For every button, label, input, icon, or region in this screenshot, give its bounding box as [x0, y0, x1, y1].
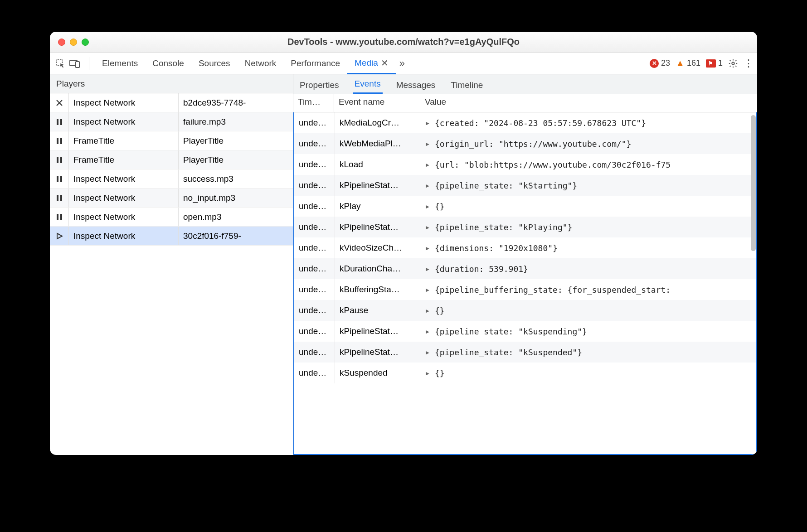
- player-frame: Inspect Network: [69, 189, 179, 207]
- expand-icon[interactable]: ▶: [426, 182, 429, 189]
- subtab-timeline[interactable]: Timeline: [449, 80, 485, 94]
- event-row[interactable]: unde…kVideoSizeCh…▶{dimensions: "1920x10…: [294, 237, 756, 258]
- player-row[interactable]: Inspect Network30c2f016-f759-: [50, 227, 293, 246]
- svg-rect-15: [60, 214, 62, 220]
- event-row[interactable]: unde…kPipelineStat…▶{pipeline_state: "kP…: [294, 217, 756, 237]
- event-name: kDurationCha…: [335, 258, 421, 279]
- expand-icon[interactable]: ▶: [426, 370, 429, 377]
- event-value: ▶{}: [421, 300, 756, 321]
- expand-icon[interactable]: ▶: [426, 266, 429, 272]
- event-value: ▶{pipeline_state: "kSuspended"}: [421, 342, 756, 363]
- event-name: kPipelineStat…: [335, 342, 421, 363]
- players-table: Inspect Networkb2dce935-7748-Inspect Net…: [50, 93, 293, 455]
- svg-rect-13: [60, 195, 62, 201]
- player-row[interactable]: Inspect Networkb2dce935-7748-: [50, 93, 293, 112]
- player-frame: Inspect Network: [69, 227, 179, 245]
- event-timestamp: unde…: [294, 175, 335, 196]
- expand-icon[interactable]: ▶: [426, 307, 429, 314]
- scrollbar-thumb[interactable]: [751, 115, 756, 251]
- player-frame: Inspect Network: [69, 112, 179, 131]
- svg-rect-2: [76, 62, 79, 68]
- event-value: ▶{}: [421, 196, 756, 217]
- player-row[interactable]: Inspect Networkfailure.mp3: [50, 112, 293, 131]
- event-name: kLoad: [335, 154, 421, 175]
- event-timestamp: unde…: [294, 112, 335, 133]
- player-row[interactable]: Inspect Networkno_input.mp3: [50, 189, 293, 208]
- expand-icon[interactable]: ▶: [426, 328, 429, 335]
- event-timestamp: unde…: [294, 237, 335, 258]
- expand-icon[interactable]: ▶: [426, 349, 429, 356]
- col-event-name[interactable]: Event name: [334, 94, 420, 112]
- player-row[interactable]: FrameTitlePlayerTitle: [50, 150, 293, 169]
- device-toolbar-icon[interactable]: [69, 58, 81, 69]
- issue-count[interactable]: ⚑ 1: [706, 58, 723, 68]
- player-frame: Inspect Network: [69, 208, 179, 226]
- player-row[interactable]: Inspect Networkopen.mp3: [50, 208, 293, 227]
- tab-sources[interactable]: Sources: [191, 53, 238, 74]
- event-row[interactable]: unde…kPause▶{}: [294, 300, 756, 321]
- subtab-events[interactable]: Events: [353, 79, 383, 94]
- toolbar-separator: [89, 57, 89, 70]
- col-timestamp[interactable]: Tim…: [293, 94, 334, 112]
- event-row[interactable]: unde…kPipelineStat…▶{pipeline_state: "kS…: [294, 342, 756, 363]
- event-row[interactable]: unde…kSuspended▶{}: [294, 363, 756, 383]
- event-value: ▶{pipeline_buffering_state: {for_suspend…: [421, 279, 756, 300]
- pause-icon: [50, 131, 69, 150]
- tab-network[interactable]: Network: [238, 53, 284, 74]
- tab-elements[interactable]: Elements: [95, 53, 145, 74]
- expand-icon[interactable]: ▶: [426, 286, 429, 293]
- titlebar: DevTools - www.youtube.com/watch?v=e1gAy…: [50, 32, 757, 53]
- event-name: kPipelineStat…: [335, 321, 421, 342]
- tab-console[interactable]: Console: [145, 53, 191, 74]
- pause-icon: [50, 189, 69, 207]
- warning-count[interactable]: ▲ 161: [676, 58, 700, 68]
- expand-icon[interactable]: ▶: [426, 245, 429, 251]
- player-row[interactable]: FrameTitlePlayerTitle: [50, 131, 293, 150]
- details-pane: PropertiesEventsMessagesTimeline Tim… Ev…: [293, 74, 757, 455]
- event-row[interactable]: unde…kPipelineStat…▶{pipeline_state: "kS…: [294, 175, 756, 196]
- player-row[interactable]: Inspect Networksuccess.mp3: [50, 169, 293, 189]
- warning-icon: ▲: [676, 58, 685, 68]
- expand-icon[interactable]: ▶: [426, 203, 429, 210]
- player-frame: FrameTitle: [69, 131, 179, 150]
- main-content: Players Inspect Networkb2dce935-7748-Ins…: [50, 74, 757, 455]
- svg-rect-14: [57, 214, 58, 220]
- subtab-messages[interactable]: Messages: [394, 80, 438, 94]
- event-row[interactable]: unde…kBufferingSta…▶{pipeline_buffering_…: [294, 279, 756, 300]
- event-timestamp: unde…: [294, 342, 335, 363]
- expand-icon[interactable]: ▶: [426, 161, 429, 168]
- col-value[interactable]: Value: [420, 94, 757, 112]
- event-row[interactable]: unde…kLoad▶{url: "blob:https://www.youtu…: [294, 154, 756, 175]
- issue-count-value: 1: [718, 58, 723, 68]
- tab-performance[interactable]: Performance: [283, 53, 347, 74]
- more-tabs-icon[interactable]: »: [396, 58, 408, 69]
- event-row[interactable]: unde…kMediaLogCr…▶{created: "2024-08-23 …: [294, 112, 756, 133]
- expand-icon[interactable]: ▶: [426, 224, 429, 231]
- event-timestamp: unde…: [294, 300, 335, 321]
- svg-rect-5: [60, 119, 62, 125]
- error-count[interactable]: ✕ 23: [650, 58, 670, 68]
- devtools-window: DevTools - www.youtube.com/watch?v=e1gAy…: [50, 32, 757, 455]
- svg-point-3: [732, 62, 734, 65]
- settings-icon[interactable]: [728, 58, 738, 68]
- detail-subtabs: PropertiesEventsMessagesTimeline: [293, 74, 757, 94]
- event-row[interactable]: unde…kDurationCha…▶{duration: 539.901}: [294, 258, 756, 279]
- event-value: ▶{origin_url: "https://www.youtube.com/"…: [421, 133, 756, 154]
- expand-icon[interactable]: ▶: [426, 120, 429, 126]
- event-row[interactable]: unde…kWebMediaPl…▶{origin_url: "https://…: [294, 133, 756, 154]
- event-row[interactable]: unde…kPipelineStat…▶{pipeline_state: "kS…: [294, 321, 756, 342]
- event-value: ▶{created: "2024-08-23 05:57:59.678623 U…: [421, 112, 756, 133]
- player-title: open.mp3: [179, 208, 293, 226]
- event-name: kBufferingSta…: [335, 279, 421, 300]
- more-options-icon[interactable]: ⋮: [744, 58, 753, 69]
- event-timestamp: unde…: [294, 363, 335, 383]
- event-value: ▶{url: "blob:https://www.youtube.com/30c…: [421, 154, 756, 175]
- event-row[interactable]: unde…kPlay▶{}: [294, 196, 756, 217]
- expand-icon[interactable]: ▶: [426, 140, 429, 147]
- tab-media[interactable]: Media✕: [347, 53, 396, 74]
- subtab-properties[interactable]: Properties: [298, 80, 341, 94]
- event-value: ▶{dimensions: "1920x1080"}: [421, 237, 756, 258]
- player-frame: Inspect Network: [69, 93, 179, 112]
- inspect-element-icon[interactable]: [54, 58, 66, 69]
- close-tab-icon[interactable]: ✕: [381, 58, 389, 68]
